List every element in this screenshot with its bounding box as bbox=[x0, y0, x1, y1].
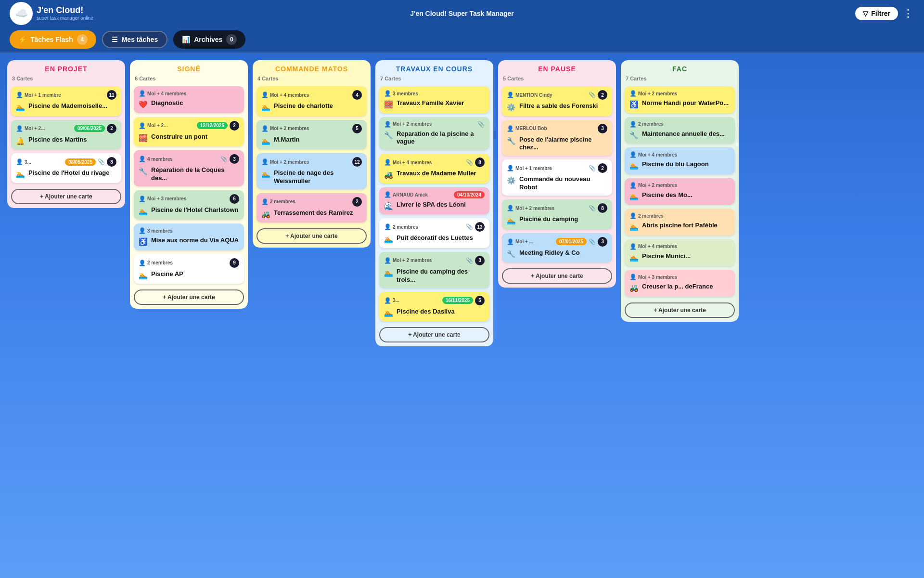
logo-text: J'en Cloud! bbox=[37, 6, 93, 15]
card-type-icon-en-pause-4: 🔧 bbox=[507, 250, 516, 259]
card-title-text-fac-3: Piscine des Mo... bbox=[642, 191, 693, 199]
card-title-text-commande-matos-1: M.Martin bbox=[274, 136, 299, 144]
add-card-button-signe[interactable]: + Ajouter une carte bbox=[134, 289, 244, 305]
my-tasks-button[interactable]: ☰ Mes tâches bbox=[102, 31, 167, 48]
card-title-text-fac-1: Maintenance annuelle des... bbox=[642, 130, 725, 138]
paperclip-icon-en-projet-2: 📎 bbox=[98, 158, 105, 165]
add-card-button-en-projet[interactable]: + Ajouter une carte bbox=[11, 189, 121, 204]
archives-button[interactable]: 📊 Archives 0 bbox=[173, 30, 245, 49]
header-right: ▽ Filtrer ⋮ bbox=[855, 7, 914, 20]
paperclip-icon-en-pause-0: 📎 bbox=[589, 92, 596, 98]
card-members-fac-5: 👤 Moi + 4 membres bbox=[629, 243, 677, 250]
card-members-commande-matos-1: 👤 Moi + 2 membres bbox=[261, 125, 309, 132]
card-title-row-en-pause-3: 🏊Piscine du camping bbox=[507, 215, 607, 225]
card-en-pause-0[interactable]: 👤 MENTION Cindy📎2⚙️Filtre a sable des Fo… bbox=[502, 86, 612, 116]
card-travaux-en-cours-1[interactable]: 👤 Moi + 2 membres📎🔧Reparation de la pisc… bbox=[379, 117, 489, 150]
card-title-text-travaux-en-cours-5: Piscine du camping des trois... bbox=[397, 268, 485, 284]
card-members-en-pause-1: 👤 MERLOU Bob bbox=[507, 125, 547, 132]
cards-area-signe: 👤 Moi + 4 membres❤️Diagnostic👤 Moi + 2..… bbox=[130, 84, 248, 286]
card-type-icon-travaux-en-cours-2: 🚜 bbox=[384, 170, 393, 180]
card-date-travaux-en-cours-3: 04/10/2024 bbox=[454, 191, 485, 198]
card-travaux-en-cours-5[interactable]: 👤 Moi + 2 membres📎3🏊Piscine du camping d… bbox=[379, 252, 489, 288]
card-commande-matos-1[interactable]: 👤 Moi + 2 membres5🏊M.Martin bbox=[257, 120, 367, 150]
card-travaux-en-cours-6[interactable]: 👤 3...16/11/20255🏊Piscine des Dasilva bbox=[379, 292, 489, 322]
card-commande-matos-3[interactable]: 👤 2 membres2🚜Terrassement des Ramirez bbox=[257, 193, 367, 223]
cards-area-travaux-en-cours: 👤 3 membres🧱Travaux Famille Xavier👤 Moi … bbox=[375, 84, 493, 323]
add-card-button-fac[interactable]: + Ajouter une carte bbox=[625, 302, 735, 318]
card-type-icon-fac-0: ♿ bbox=[629, 100, 639, 109]
card-title-row-fac-2: 🏊Piscine du blu Lagoon bbox=[629, 160, 730, 171]
card-signe-0[interactable]: 👤 Moi + 4 membres❤️Diagnostic bbox=[134, 86, 244, 113]
card-fac-3[interactable]: 👤 Moi + 2 membres🏊Piscine des Mo... bbox=[625, 178, 735, 205]
column-header-signe: SIGNÉ bbox=[130, 60, 248, 75]
card-travaux-en-cours-4[interactable]: 👤 2 membres📎13🏊Puit décoratif des Luette… bbox=[379, 218, 489, 248]
card-members-en-projet-0: 👤 Moi + 1 membre bbox=[16, 92, 61, 98]
card-en-pause-2[interactable]: 👤 Moi + 1 membre📎2⚙️Commande du nouveau … bbox=[502, 159, 612, 196]
card-title-row-en-projet-0: 🏊Piscine de Mademoiselle... bbox=[16, 102, 116, 112]
card-fac-5[interactable]: 👤 Moi + 4 membres🏊Piscine Munici... bbox=[625, 239, 735, 266]
card-title-row-signe-5: 🏊Piscine AP bbox=[139, 270, 239, 280]
card-fac-4[interactable]: 👤 2 membres🏊Abris piscine fort Pafèble bbox=[625, 209, 735, 236]
card-members-travaux-en-cours-6: 👤 3... bbox=[384, 297, 399, 304]
column-header-en-pause: EN PAUSE bbox=[498, 60, 616, 75]
add-card-button-commande-matos[interactable]: + Ajouter une carte bbox=[257, 228, 367, 244]
card-en-pause-3[interactable]: 👤 Moi + 2 membres📎8🏊Piscine du camping bbox=[502, 199, 612, 229]
card-badge-en-pause-0: 2 bbox=[598, 90, 607, 100]
add-card-button-en-pause[interactable]: + Ajouter une carte bbox=[502, 268, 612, 284]
card-fac-2[interactable]: 👤 Moi + 4 membres🏊Piscine du blu Lagoon bbox=[625, 147, 735, 174]
column-header-commande-matos: COMMANDE MATOS bbox=[253, 60, 371, 75]
card-title-text-fac-2: Piscine du blu Lagoon bbox=[642, 160, 709, 169]
filter-button[interactable]: ▽ Filtrer bbox=[855, 7, 898, 20]
column-count-signe: 6 Cartes bbox=[130, 75, 248, 84]
card-title-row-fac-1: 🔧Maintenance annuelle des... bbox=[629, 130, 730, 140]
card-signe-5[interactable]: 👤 2 membres9🏊Piscine AP bbox=[134, 254, 244, 284]
card-en-pause-4[interactable]: 👤 Moi + ...07/01/2025📎3🔧Meeting Ridley &… bbox=[502, 233, 612, 263]
card-members-en-projet-1: 👤 Moi + 2... bbox=[16, 125, 45, 132]
card-signe-3[interactable]: 👤 Moi + 3 membres6🏊Piscine de l'Hotel Ch… bbox=[134, 190, 244, 220]
card-title-row-en-pause-1: 🔧Pose de l'alarme piscine chez... bbox=[507, 136, 607, 152]
card-signe-2[interactable]: 👤 4 membres📎3🔧Réparation de la Coques de… bbox=[134, 150, 244, 186]
cards-area-fac: 👤 Moi + 2 membres♿Norme Handi pour Water… bbox=[621, 84, 739, 299]
card-signe-4[interactable]: 👤 3 membres♿Mise aux norme du Via AQUA bbox=[134, 223, 244, 250]
card-en-projet-1[interactable]: 👤 Moi + 2...09/06/20252🔔Piscine des Mart… bbox=[11, 120, 121, 150]
card-type-icon-signe-2: 🔧 bbox=[139, 167, 148, 176]
card-badge-travaux-en-cours-6: 5 bbox=[475, 296, 485, 305]
add-card-button-travaux-en-cours[interactable]: + Ajouter une carte bbox=[379, 327, 489, 342]
flash-tasks-button[interactable]: ⚡ Tâches Flash 4 bbox=[10, 30, 96, 49]
column-commande-matos: COMMANDE MATOS4 Cartes👤 Moi + 4 membres4… bbox=[253, 60, 371, 248]
card-en-projet-0[interactable]: 👤 Moi + 1 membre11🏊Piscine de Mademoisel… bbox=[11, 86, 121, 116]
card-title-row-fac-4: 🏊Abris piscine fort Pafèble bbox=[629, 222, 730, 232]
card-title-row-travaux-en-cours-2: 🚜Travaux de Madame Muller bbox=[384, 170, 485, 180]
card-members-fac-4: 👤 2 membres bbox=[629, 212, 664, 219]
card-commande-matos-2[interactable]: 👤 Moi + 2 membres12🏊Piscine de nage des … bbox=[257, 153, 367, 189]
card-type-icon-signe-1: 🧱 bbox=[139, 133, 148, 143]
card-members-en-pause-4: 👤 Moi + ... bbox=[507, 238, 533, 245]
card-badge-en-pause-2: 2 bbox=[598, 163, 607, 173]
card-commande-matos-0[interactable]: 👤 Moi + 4 membres4🏊Piscine de charlotte bbox=[257, 86, 367, 116]
card-fac-1[interactable]: 👤 2 membres🔧Maintenance annuelle des... bbox=[625, 117, 735, 144]
cards-area-en-pause: 👤 MENTION Cindy📎2⚙️Filtre a sable des Fo… bbox=[498, 84, 616, 264]
card-title-text-commande-matos-0: Piscine de charlotte bbox=[274, 102, 333, 110]
card-travaux-en-cours-2[interactable]: 👤 Moi + 4 membres📎8🚜Travaux de Madame Mu… bbox=[379, 154, 489, 184]
card-type-icon-travaux-en-cours-6: 🏊 bbox=[384, 308, 393, 318]
card-fac-0[interactable]: 👤 Moi + 2 membres♿Norme Handi pour Water… bbox=[625, 86, 735, 113]
card-signe-1[interactable]: 👤 Moi + 2...12/12/20252🧱Construire un po… bbox=[134, 117, 244, 147]
card-members-travaux-en-cours-4: 👤 2 membres bbox=[384, 223, 418, 230]
menu-button[interactable]: ⋮ bbox=[903, 7, 914, 20]
card-en-projet-2[interactable]: 👤 3...08/05/2025📎8🏊Piscine de l'Hotel du… bbox=[11, 153, 121, 183]
card-fac-6[interactable]: 👤 Moi + 3 membres🚜Creuser la p... deFran… bbox=[625, 270, 735, 297]
card-members-commande-matos-2: 👤 Moi + 2 membres bbox=[261, 158, 309, 165]
card-title-text-en-pause-0: Filtre a sable des Forenski bbox=[519, 102, 598, 110]
cards-area-en-projet: 👤 Moi + 1 membre11🏊Piscine de Mademoisel… bbox=[7, 84, 125, 185]
card-travaux-en-cours-0[interactable]: 👤 3 membres🧱Travaux Famille Xavier bbox=[379, 86, 489, 113]
card-title-text-travaux-en-cours-0: Travaux Famille Xavier bbox=[397, 99, 464, 107]
card-travaux-en-cours-3[interactable]: 👤 ARNAUD Anick04/10/2024🌊Livrer le SPA d… bbox=[379, 187, 489, 215]
card-title-row-commande-matos-1: 🏊M.Martin bbox=[261, 136, 362, 146]
card-en-pause-1[interactable]: 👤 MERLOU Bob3🔧Pose de l'alarme piscine c… bbox=[502, 120, 612, 156]
card-type-icon-signe-3: 🏊 bbox=[139, 207, 148, 216]
column-travaux-en-cours: TRAVAUX EN COURS7 Cartes👤 3 membres🧱Trav… bbox=[375, 60, 493, 346]
card-type-icon-fac-1: 🔧 bbox=[629, 131, 639, 140]
card-type-icon-en-pause-3: 🏊 bbox=[507, 216, 516, 225]
card-title-text-fac-5: Piscine Munici... bbox=[642, 252, 691, 261]
column-fac: FAC7 Cartes👤 Moi + 2 membres♿Norme Handi… bbox=[621, 60, 739, 322]
